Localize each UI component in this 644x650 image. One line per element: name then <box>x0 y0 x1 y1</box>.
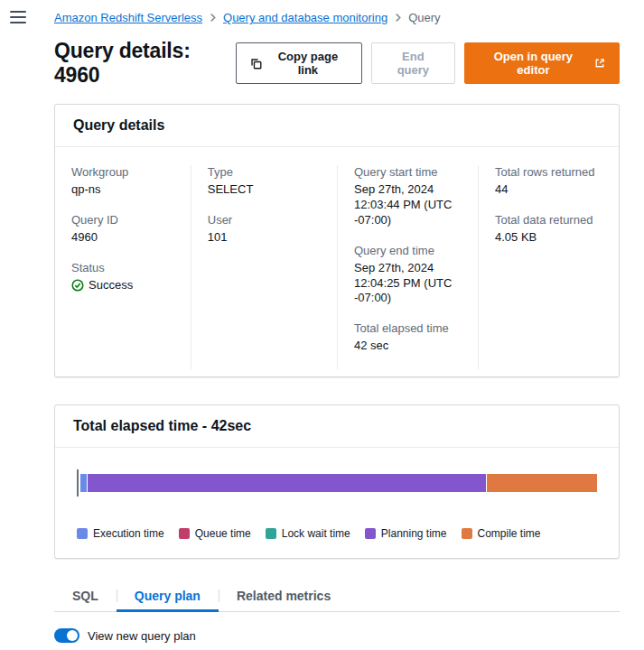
success-check-icon <box>71 279 84 292</box>
legend-swatch-lock-wait-time <box>266 528 276 539</box>
legend-swatch-queue-time <box>179 528 190 539</box>
data-returned-field: Total data returned 4.05 KB <box>495 213 602 246</box>
breadcrumb-link-redshift-serverless[interactable]: Amazon Redshift Serverless <box>54 11 202 24</box>
main-content: Amazon Redshift Serverless Query and dat… <box>54 11 620 650</box>
copy-icon <box>250 58 262 70</box>
legend-item-execution-time: Execution time <box>77 527 164 540</box>
workgroup-label: Workgroup <box>71 165 174 179</box>
query-details-body: Workgroup qp-ns Query ID 4960 Status Suc… <box>55 147 619 376</box>
elapsed-time-field: Total elapsed time 42 sec <box>354 321 462 354</box>
chevron-right-icon <box>210 13 216 23</box>
legend-swatch-compile-time <box>462 528 472 539</box>
external-link-icon <box>594 58 605 69</box>
elapsed-time-label: Total elapsed time <box>354 321 462 335</box>
legend-item-lock-wait-time: Lock wait time <box>266 527 350 540</box>
elapsed-time-card: Total elapsed time - 42sec Execution tim… <box>54 404 620 559</box>
chevron-right-icon <box>395 13 401 23</box>
end-time-value: Sep 27th, 2024 12:04:25 PM (UTC -07:00) <box>354 261 462 307</box>
bar-segment-compile-time <box>486 474 597 492</box>
bar-segment-execution-time <box>80 474 87 492</box>
toggle-label: View new query plan <box>88 629 196 643</box>
legend-item-compile-time: Compile time <box>462 527 541 540</box>
legend-item-planning-time: Planning time <box>365 527 447 540</box>
open-in-query-editor-label: Open in query editor <box>479 50 588 77</box>
elapsed-time-card-header: Total elapsed time - 42sec <box>55 405 619 448</box>
query-id-label: Query ID <box>71 213 174 227</box>
query-details-card: Query details Workgroup qp-ns Query ID 4… <box>54 104 620 377</box>
status-value: Success <box>89 278 133 293</box>
chart-legend: Execution time Queue time Lock wait time… <box>77 527 597 540</box>
user-label: User <box>208 213 321 227</box>
tab-sql[interactable]: SQL <box>54 580 117 611</box>
toggle-knob <box>67 630 78 641</box>
chart-axis-tick <box>77 469 79 497</box>
rows-returned-field: Total rows returned 44 <box>495 165 602 198</box>
breadcrumb-current: Query <box>408 11 440 24</box>
legend-swatch-planning-time <box>365 528 376 539</box>
workgroup-field: Workgroup qp-ns <box>71 165 174 198</box>
query-details-column-4: Total rows returned 44 Total data return… <box>478 165 619 369</box>
tabs: SQL Query plan Related metrics <box>54 580 620 612</box>
status-field: Status Success <box>71 261 174 294</box>
elapsed-time-card-title: Total elapsed time - 42sec <box>73 418 601 434</box>
elapsed-time-value: 42 sec <box>354 339 462 354</box>
query-details-column-2: Type SELECT User 101 <box>191 165 337 369</box>
bar-segment-planning-time <box>87 474 486 492</box>
view-new-query-plan-toggle[interactable] <box>54 628 79 643</box>
data-returned-value: 4.05 KB <box>495 230 602 246</box>
page-title: Query details: 4960 <box>54 39 236 88</box>
elapsed-time-bar-row <box>77 469 597 497</box>
copy-page-link-label: Copy page link <box>268 50 348 77</box>
copy-page-link-button[interactable]: Copy page link <box>236 42 362 84</box>
query-details-column-1: Workgroup qp-ns Query ID 4960 Status Suc… <box>55 165 191 369</box>
menu-icon[interactable] <box>10 11 26 23</box>
legend-swatch-execution-time <box>77 528 88 539</box>
start-time-field: Query start time Sep 27th, 2024 12:03:44… <box>354 165 462 228</box>
workgroup-value: qp-ns <box>71 182 174 198</box>
rows-returned-value: 44 <box>495 182 602 198</box>
user-field: User 101 <box>208 213 321 246</box>
query-details-header: Query details <box>55 105 619 147</box>
elapsed-time-stacked-bar <box>80 474 597 492</box>
data-returned-label: Total data returned <box>495 213 602 227</box>
type-field: Type SELECT <box>208 165 321 198</box>
status-label: Status <box>71 261 174 274</box>
end-time-field: Query end time Sep 27th, 2024 12:04:25 P… <box>354 244 462 307</box>
tab-related-metrics[interactable]: Related metrics <box>219 580 349 611</box>
query-id-field: Query ID 4960 <box>71 213 174 246</box>
end-query-button[interactable]: End query <box>371 42 455 84</box>
user-value: 101 <box>208 230 321 246</box>
breadcrumb: Amazon Redshift Serverless Query and dat… <box>54 11 620 24</box>
breadcrumb-link-query-monitoring[interactable]: Query and database monitoring <box>223 11 387 24</box>
type-label: Type <box>208 165 321 179</box>
view-new-query-plan-row: View new query plan <box>54 628 620 643</box>
tab-query-plan[interactable]: Query plan <box>117 580 219 611</box>
elapsed-time-chart: Execution time Queue time Lock wait time… <box>55 448 619 558</box>
end-query-label: End query <box>386 50 441 77</box>
start-time-label: Query start time <box>354 165 462 179</box>
start-time-value: Sep 27th, 2024 12:03:44 PM (UTC -07:00) <box>354 182 462 228</box>
page-header: Query details: 4960 Copy page link End q… <box>54 39 620 88</box>
query-details-column-3: Query start time Sep 27th, 2024 12:03:44… <box>337 165 478 369</box>
open-in-query-editor-button[interactable]: Open in query editor <box>464 42 620 84</box>
query-details-title: Query details <box>73 117 601 134</box>
type-value: SELECT <box>208 182 321 198</box>
query-id-value: 4960 <box>71 230 174 246</box>
rows-returned-label: Total rows returned <box>495 165 602 179</box>
end-time-label: Query end time <box>354 244 462 257</box>
status-badge: Success <box>71 278 133 293</box>
legend-item-queue-time: Queue time <box>179 527 251 540</box>
header-actions: Copy page link End query Open in query e… <box>236 42 620 84</box>
